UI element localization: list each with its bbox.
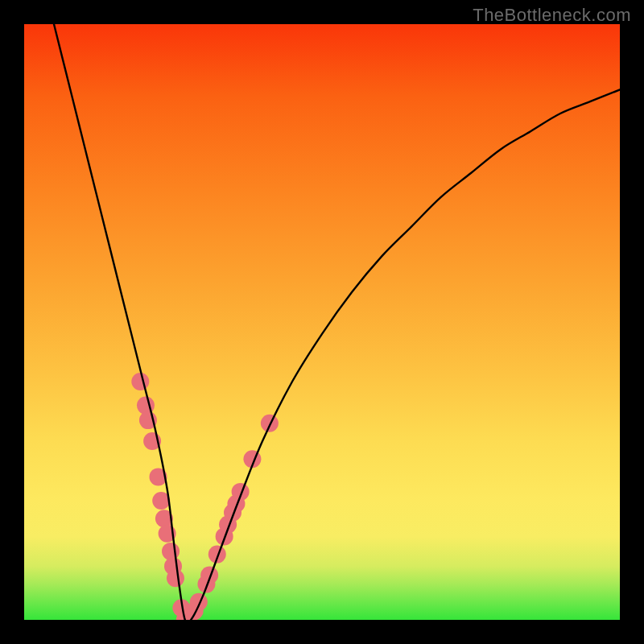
bottleneck-chart-svg xyxy=(24,24,620,620)
bottleneck-curve xyxy=(54,24,620,620)
data-marker xyxy=(190,593,208,611)
data-marker xyxy=(162,543,180,560)
data-marker xyxy=(131,373,149,390)
watermark-text: TheBottleneck.com xyxy=(473,5,631,26)
data-marker xyxy=(261,415,279,432)
marker-layer xyxy=(131,373,279,620)
data-marker xyxy=(167,569,184,587)
plot-area xyxy=(24,24,620,620)
chart-frame: TheBottleneck.com xyxy=(0,0,644,644)
